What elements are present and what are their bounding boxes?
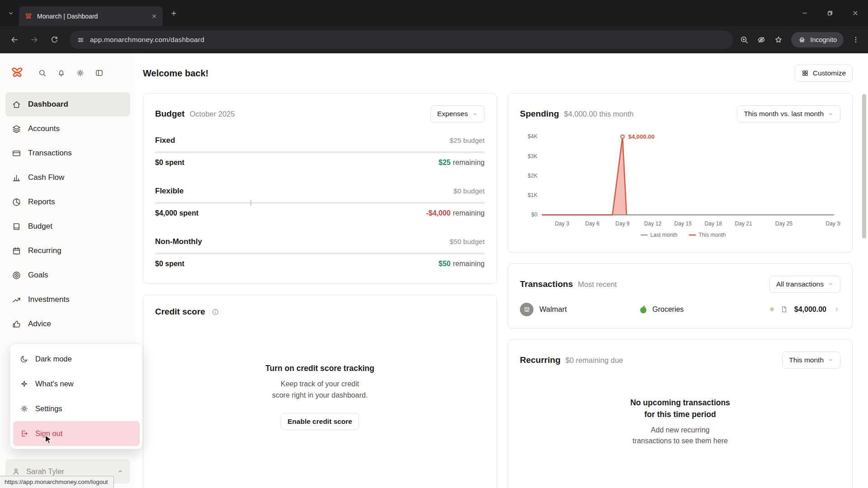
info-icon[interactable] [212,308,219,316]
chevron-down-icon [472,111,478,117]
budget-row-name: Non-Monthly [155,237,202,246]
menu-item-settings[interactable]: Settings [13,396,140,421]
svg-text:Day 21: Day 21 [735,221,752,227]
url-text: app.monarchmoney.com/dashboard [90,36,204,44]
empty-sub1: Add new recurring [520,425,840,436]
transactions-title: Transactions [520,279,573,289]
budget-dropdown[interactable]: Expenses [430,105,485,122]
budget-row-fixed: Fixed$25 budget $0 spent$25remaining [155,136,485,167]
credit-headline: Turn on credit score tracking [155,364,485,373]
nav-label: Goals [28,271,48,280]
page-title: Welcome back! [143,68,208,79]
user-menu-popup: Dark mode What's new Settings Sign out [10,343,143,449]
customize-label: Customize [813,69,846,77]
svg-text:Day 6: Day 6 [585,221,599,227]
credit-title: Credit score [155,307,205,317]
tab-search-chevron-icon[interactable] [7,9,14,17]
sidebar-item-dashboard[interactable]: Dashboard [5,92,130,117]
collapse-sidebar-icon[interactable] [95,69,104,77]
menu-item-whats-new[interactable]: What's new [13,371,140,396]
search-icon[interactable] [38,69,47,77]
thumbs-up-icon [12,319,21,329]
site-settings-icon[interactable] [77,36,85,44]
card-icon [12,149,21,158]
budget-row-name: Fixed [155,136,175,145]
remaining-word: remaining [453,260,485,267]
sign-out-icon [20,429,28,438]
groceries-apple-icon [638,305,648,314]
nav-label: Investments [28,295,70,304]
layers-icon [12,124,21,134]
svg-text:This month: This month [698,232,726,238]
grid-icon [802,70,809,77]
remaining-word: remaining [453,159,485,166]
svg-text:Day 15: Day 15 [675,221,692,227]
category-name: Groceries [652,305,684,314]
empty-line1: No upcoming transactions [520,397,840,408]
bookmark-star-icon[interactable] [774,35,783,44]
chevron-down-icon [828,111,834,117]
browser-menu-icon[interactable] [852,36,860,44]
svg-text:$4,000.00: $4,000.00 [628,133,655,140]
sidebar-item-recurring[interactable]: Recurring [5,239,130,263]
sidebar-item-cash-flow[interactable]: Cash Flow [5,165,130,190]
notifications-icon[interactable] [57,69,66,77]
nav-label: Accounts [28,124,60,133]
enable-credit-score-button[interactable]: Enable credit score [281,413,359,430]
book-icon [12,222,21,231]
page-scrollbar[interactable] [862,94,866,239]
minimize-button[interactable] [792,0,817,26]
monarch-logo-icon[interactable] [10,66,24,80]
menu-item-dark-mode[interactable]: Dark mode [13,347,140,371]
zoom-icon[interactable] [740,35,749,44]
settings-gear-icon[interactable] [76,69,85,77]
empty-sub2: transactions to see them here [520,436,840,446]
sidebar-item-investments[interactable]: Investments [5,287,130,312]
person-icon [12,467,20,476]
forward-button[interactable] [25,31,43,49]
sidebar-item-goals[interactable]: Goals [5,263,130,287]
restore-icon [826,9,834,17]
address-bar[interactable]: app.monarchmoney.com/dashboard [70,31,733,49]
svg-text:Day 3: Day 3 [555,221,569,227]
sidebar-item-advice[interactable]: Advice [5,312,130,336]
transaction-row[interactable]: Walmart Groceries $4,000.00 [520,303,840,316]
budget-row-spent: $0 spent [155,260,184,268]
incognito-icon [798,36,806,44]
note-icon [780,305,788,313]
svg-text:Day 9: Day 9 [615,221,630,227]
back-button[interactable] [5,31,24,49]
sidebar-item-accounts[interactable]: Accounts [5,117,130,141]
preview-hidden-icon[interactable] [757,35,766,44]
store-icon [524,306,530,313]
spending-dropdown[interactable]: This month vs. last month [737,105,840,122]
restore-button[interactable] [817,0,843,26]
nav-label: Transactions [28,149,72,158]
sidebar-item-reports[interactable]: Reports [5,190,130,214]
svg-text:Last month: Last month [650,232,677,238]
bar-chart-icon [12,173,21,183]
close-window-button[interactable] [843,0,868,26]
nav-label: Recurring [28,246,61,255]
status-bar-link: https://app.monarchmoney.com/logout [0,476,114,488]
menu-item-sign-out[interactable]: Sign out [13,421,140,446]
chevron-down-icon [828,357,834,363]
reload-button[interactable] [45,31,63,49]
recurring-card: Recurring $0 remaining due This month No… [508,339,853,488]
browser-tab[interactable]: Monarch | Dashboard [19,6,163,26]
new-tab-icon[interactable] [170,9,178,17]
reload-icon [50,36,59,44]
tab-close-icon[interactable] [151,13,157,19]
sidebar-item-budget[interactable]: Budget [5,214,130,239]
svg-text:$4K: $4K [528,133,538,140]
main-content: Welcome back! Customize Budget October 2… [136,53,868,488]
recurring-dropdown[interactable]: This month [782,352,840,369]
svg-text:$3K: $3K [528,153,538,160]
spending-dropdown-label: This month vs. last month [744,110,824,118]
toolbar-right: Incognito [740,32,863,47]
menu-label: Sign out [35,429,63,438]
sidebar-item-transactions[interactable]: Transactions [5,141,130,165]
back-icon [10,35,19,44]
transactions-dropdown[interactable]: All transactions [769,276,840,293]
customize-button[interactable]: Customize [795,65,853,82]
